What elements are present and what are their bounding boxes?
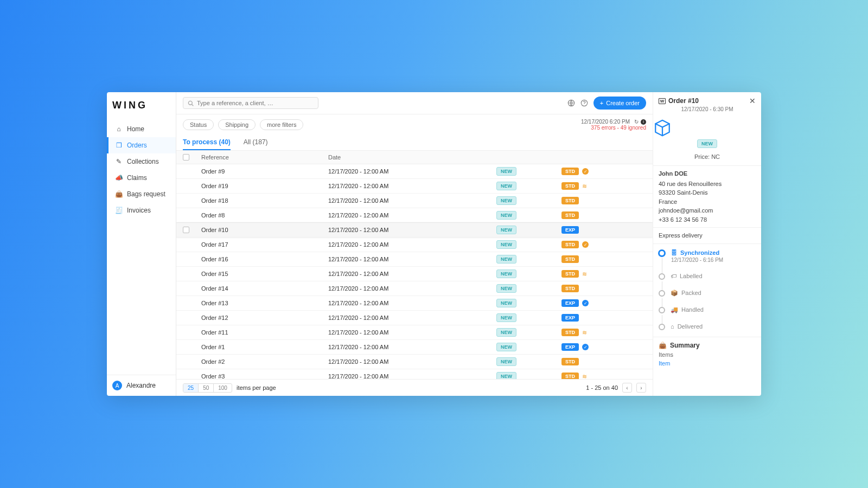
- cell-date: 12/17/2020 - 12:00 AM: [328, 329, 496, 336]
- customer-country: France: [659, 197, 756, 207]
- col-reference[interactable]: Reference: [198, 154, 328, 160]
- customer-addr1: 40 rue des Renouilleres: [659, 179, 756, 189]
- cell-date: 12/17/2020 - 12:00 AM: [328, 271, 496, 277]
- table-row[interactable]: Order #1112/17/2020 - 12:00 AMNEWSTD≋: [176, 325, 653, 340]
- sidebar: WING ⌂ Home ❒ Orders ✎ Collections 📣 Cla…: [107, 92, 176, 396]
- table-row[interactable]: Order #1412/17/2020 - 12:00 AMNEWSTD: [176, 281, 653, 296]
- table-row[interactable]: Order #112/17/2020 - 12:00 AMNEWEXP✓: [176, 340, 653, 355]
- nav-label: Bags request: [127, 190, 165, 198]
- cell-date: 12/17/2020 - 12:00 AM: [328, 241, 496, 248]
- table-row[interactable]: Order #1712/17/2020 - 12:00 AMNEWSTD✓: [176, 237, 653, 252]
- tl-handled: 🚚Handled: [659, 306, 758, 323]
- bag-icon: 👜: [659, 342, 667, 349]
- filter-more[interactable]: more filters: [260, 119, 303, 130]
- shipping-badge: STD: [561, 270, 579, 278]
- detail-price: Price: NC: [653, 151, 761, 165]
- nav-invoices[interactable]: 🧾 Invoices: [107, 202, 176, 219]
- page-size-50[interactable]: 50: [199, 384, 214, 392]
- tabs: To process (40) All (187): [176, 135, 653, 151]
- prev-page[interactable]: ‹: [622, 383, 632, 393]
- shipping-badge: EXP: [561, 226, 579, 234]
- shipping-badge: EXP: [561, 314, 579, 322]
- status-badge: NEW: [496, 240, 516, 249]
- close-icon[interactable]: ✕: [749, 97, 756, 105]
- collections-icon: ✎: [115, 158, 123, 165]
- table-row[interactable]: Order #1612/17/2020 - 12:00 AMNEWSTD: [176, 252, 653, 267]
- verified-icon: ✓: [582, 300, 589, 306]
- summary-item-link[interactable]: Item: [659, 360, 756, 367]
- summary-items-label: Items: [659, 351, 756, 358]
- search-input[interactable]: [197, 100, 314, 106]
- shipping-badge: STD: [561, 197, 579, 204]
- cell-reference: Order #14: [198, 285, 328, 292]
- filter-status[interactable]: Status: [183, 119, 214, 130]
- status-badge: NEW: [496, 357, 516, 366]
- cell-reference: Order #12: [198, 314, 328, 321]
- claims-icon: 📣: [115, 174, 123, 182]
- help-icon[interactable]: [580, 99, 588, 107]
- nav-orders[interactable]: ❒ Orders: [107, 137, 176, 153]
- tl-sync-ts: 12/17/2020 - 6:16 PM: [671, 257, 723, 263]
- nav-collections[interactable]: ✎ Collections: [107, 153, 176, 170]
- table-row[interactable]: Order #312/17/2020 - 12:00 AMNEWSTD≋: [176, 369, 653, 379]
- delivery-section: Express delivery: [653, 227, 761, 243]
- page-size-100[interactable]: 100: [214, 384, 232, 392]
- page-size-25[interactable]: 25: [183, 384, 199, 392]
- globe-icon[interactable]: [567, 99, 575, 107]
- svg-line-1: [192, 104, 194, 106]
- nav-bags[interactable]: 👜 Bags request: [107, 186, 176, 202]
- user-row[interactable]: A Alexandre: [107, 375, 176, 396]
- cell-date: 12/17/2020 - 12:00 AM: [328, 314, 496, 321]
- timeline-dot-icon: [658, 249, 666, 257]
- table-row[interactable]: Order #912/17/2020 - 12:00 AMNEWSTD✓: [176, 164, 653, 179]
- table-row[interactable]: Order #1312/17/2020 - 12:00 AMNEWEXP✓: [176, 296, 653, 311]
- filter-shipping[interactable]: Shipping: [218, 119, 256, 130]
- tab-to-process[interactable]: To process (40): [183, 135, 231, 150]
- status-badge: NEW: [496, 196, 516, 205]
- table-row[interactable]: Order #1212/17/2020 - 12:00 AMNEWEXP: [176, 311, 653, 325]
- brand-mark-icon: W: [659, 98, 666, 104]
- page-size-group: 25 50 100: [183, 383, 232, 393]
- detail-datetime: 12/17/2020 - 6:30 PM: [653, 106, 761, 117]
- button-label: Create order: [606, 100, 640, 106]
- table-row[interactable]: Order #1912/17/2020 - 12:00 AMNEWSTD≋: [176, 179, 653, 194]
- status-badge: NEW: [496, 226, 516, 234]
- tab-all[interactable]: All (187): [244, 135, 268, 150]
- info-dot-icon[interactable]: i: [641, 119, 646, 125]
- error-summary[interactable]: 375 errors - 49 ignored: [581, 125, 646, 131]
- bag-icon: 👜: [115, 190, 123, 198]
- delivery-type: Express delivery: [659, 231, 756, 240]
- cell-date: 12/17/2020 - 12:00 AM: [328, 197, 496, 204]
- cell-reference: Order #3: [198, 373, 328, 379]
- tl-labelled: 🏷Labelled: [659, 273, 758, 290]
- brand-logo: WING: [107, 92, 176, 119]
- row-checkbox[interactable]: [183, 227, 189, 233]
- create-order-button[interactable]: + Create order: [593, 97, 646, 110]
- app-window: WING ⌂ Home ❒ Orders ✎ Collections 📣 Cla…: [107, 92, 761, 396]
- search-box[interactable]: [183, 97, 318, 109]
- status-badge: NEW: [496, 269, 516, 278]
- table-row[interactable]: Order #812/17/2020 - 12:00 AMNEWSTD: [176, 208, 653, 223]
- cell-reference: Order #17: [198, 241, 328, 248]
- table-row[interactable]: Order #1812/17/2020 - 12:00 AMNEWSTD: [176, 194, 653, 208]
- nav-claims[interactable]: 📣 Claims: [107, 170, 176, 186]
- table-row[interactable]: Order #1012/17/2020 - 12:00 AMNEWEXP: [176, 223, 653, 237]
- next-page[interactable]: ›: [636, 383, 646, 393]
- status-badge: NEW: [496, 299, 516, 307]
- shipping-badge: STD: [561, 182, 579, 190]
- cell-reference: Order #19: [198, 183, 328, 189]
- table-row[interactable]: Order #212/17/2020 - 12:00 AMNEWSTD: [176, 355, 653, 369]
- refresh-icon[interactable]: ↻: [634, 119, 639, 125]
- nav-home[interactable]: ⌂ Home: [107, 121, 176, 137]
- home-icon: ⌂: [115, 125, 123, 133]
- table-row[interactable]: Order #1512/17/2020 - 12:00 AMNEWSTD≋: [176, 267, 653, 281]
- col-date[interactable]: Date: [328, 154, 496, 160]
- cell-reference: Order #2: [198, 358, 328, 365]
- cell-reference: Order #15: [198, 271, 328, 277]
- cell-reference: Order #13: [198, 300, 328, 306]
- shipping-badge: STD: [561, 329, 579, 336]
- integration-icon: ≋: [582, 373, 587, 380]
- nav: ⌂ Home ❒ Orders ✎ Collections 📣 Claims 👜…: [107, 119, 176, 375]
- select-all-checkbox[interactable]: [183, 154, 189, 160]
- timeline-dot-icon: [659, 324, 665, 330]
